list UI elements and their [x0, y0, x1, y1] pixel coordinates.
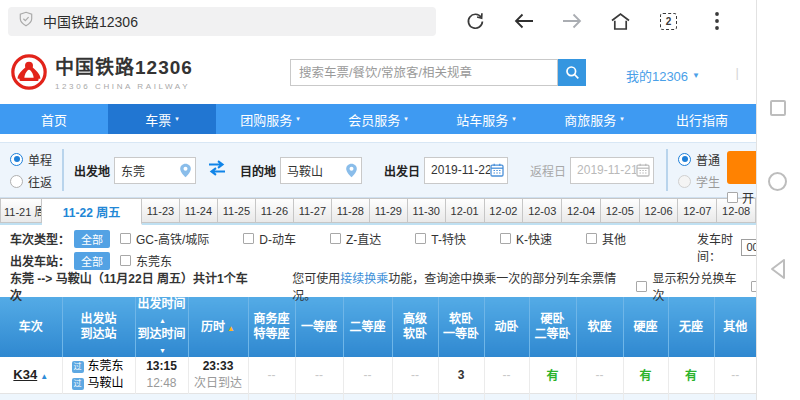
date-tab-12-06[interactable]: 12-06 [640, 198, 679, 223]
nav-item-travel-guide[interactable]: 出行指南 [648, 104, 756, 134]
nav-item-group-service[interactable]: 团购服务▾ [216, 104, 324, 134]
date-tab-11-30[interactable]: 11-30 [408, 198, 446, 223]
site-logo[interactable]: 中国铁路12306 12306 CHINA RAILWAY [10, 52, 193, 91]
date-tab-11-24[interactable]: 11-24 [180, 198, 218, 223]
train-number-cell[interactable]: K34▲ [0, 357, 62, 393]
tabs-button[interactable]: 2 [655, 8, 681, 34]
date-tab-12-01[interactable]: 12-01 [446, 198, 485, 223]
date-tab-12-04[interactable]: 12-04 [562, 198, 601, 223]
column-header-seat[interactable]: 硬座 [623, 297, 668, 357]
trip-type-radio-option[interactable]: 单程 [10, 151, 52, 168]
train-type-checkbox[interactable]: T-特快 [415, 230, 466, 247]
points-checkbox[interactable]: 显示积分兑换车次 [636, 269, 747, 303]
checkbox-icon [330, 233, 341, 244]
passenger-type-group: 普通学生 [668, 151, 730, 190]
train-row[interactable]: K34▲ 过东莞东 过马鞍山 13:15 12:48 23:33 次日到达 --… [0, 357, 756, 393]
depart-station-checkbox[interactable]: 东莞东 [120, 252, 172, 269]
column-header-stations[interactable]: 出发站 到达站 [62, 297, 135, 357]
chevron-down-icon: ▾ [512, 115, 516, 123]
column-header-seat[interactable]: 动卧 [484, 297, 529, 357]
phone-recents-button[interactable] [770, 100, 786, 116]
column-header-seat[interactable]: 无座 [668, 297, 714, 357]
date-tab-11-29[interactable]: 11-29 [370, 198, 408, 223]
partial-checkbox[interactable]: 开 [727, 189, 754, 206]
depart-date-input[interactable] [424, 157, 508, 184]
nav-item-tickets[interactable]: 车票▾ [108, 104, 216, 134]
to-input[interactable] [280, 157, 362, 184]
column-header-seat[interactable]: 一等座 [295, 297, 343, 357]
checkbox-icon [500, 233, 511, 244]
from-input[interactable] [114, 157, 196, 184]
column-header-duration[interactable]: 历时▲ [188, 297, 248, 357]
back-button[interactable] [511, 8, 537, 34]
date-tab-11-26[interactable]: 11-26 [256, 198, 294, 223]
date-tab-12-07[interactable]: 12-07 [678, 198, 717, 223]
nav-item-station-service[interactable]: 站车服务▾ [432, 104, 540, 134]
date-tab-11-27[interactable]: 11-27 [294, 198, 332, 223]
url-bar[interactable]: 中国铁路12306 [8, 7, 436, 36]
column-header-seat[interactable]: 硬卧二等卧 [529, 297, 576, 357]
sort-asc-active-icon[interactable]: ▲ [227, 324, 235, 333]
station-all-badge[interactable]: 全部 [74, 252, 110, 270]
price-cell: ¥210.5 [623, 393, 668, 400]
expand-arrow-icon[interactable]: ▲ [40, 372, 48, 381]
column-header-seat[interactable]: 二等座 [343, 297, 392, 357]
site-search [290, 59, 586, 86]
forward-button[interactable] [559, 8, 585, 34]
search-input[interactable] [290, 59, 558, 86]
column-header-train[interactable]: 车次 [0, 297, 62, 357]
train-number-link[interactable]: K34 [13, 367, 37, 382]
result-summary: 东莞 --> 马鞍山（11月22日 周五）共计1个车次 [10, 269, 256, 303]
train-type-checkbox[interactable]: K-快速 [500, 230, 552, 247]
date-tab-12-03[interactable]: 12-03 [523, 198, 562, 223]
phone-home-button[interactable] [768, 172, 787, 191]
date-tab-11-25[interactable]: 11-25 [218, 198, 256, 223]
column-header-seat[interactable]: 其他 [714, 297, 756, 357]
menu-button[interactable] [704, 8, 730, 34]
passenger-type-radio-option[interactable]: 学生 [678, 173, 720, 190]
sort-desc-icon[interactable]: ▼ [159, 347, 166, 354]
nav-item-member-service[interactable]: 会员服务▾ [324, 104, 432, 134]
search-button[interactable] [558, 59, 586, 86]
date-tab-11-22[interactable]: 11-22 周五 [42, 198, 142, 225]
passenger-type-radio-option[interactable]: 普通 [678, 151, 720, 168]
seat-availability-cell: -- [576, 357, 623, 393]
return-date-label: 返程日 [530, 162, 566, 179]
phone-back-button[interactable] [768, 258, 788, 284]
trip-type-radio-option[interactable]: 往返 [10, 173, 52, 190]
column-header-seat[interactable]: 软卧一等卧 [438, 297, 484, 357]
stations-cell: 过东莞东 过马鞍山 [62, 357, 135, 393]
browser-page: 中国铁路12306 2 [0, 0, 756, 400]
date-tab-11-21[interactable]: 11-21 周四 [0, 198, 42, 223]
nav-item-business-service[interactable]: 商旅服务▾ [540, 104, 648, 134]
date-tab-11-23[interactable]: 11-23 [142, 198, 180, 223]
train-type-checkbox[interactable]: Z-直达 [330, 230, 381, 247]
transfer-link[interactable]: 接续换乘 [340, 272, 388, 286]
train-type-checkbox[interactable]: 其他 [586, 230, 626, 247]
transfer-tip: 您可使用接续换乘功能，查询途中换乘一次的部分列车余票情况。 [292, 269, 635, 303]
refresh-button[interactable] [462, 8, 488, 34]
checkbox-icon [586, 233, 597, 244]
query-button[interactable] [727, 151, 756, 184]
return-date-input[interactable] [570, 157, 654, 184]
site-header: 中国铁路12306 12306 CHINA RAILWAY 我的12306 ▼ … [0, 42, 756, 104]
chevron-down-icon: ▾ [175, 115, 179, 123]
column-header-seat[interactable]: 商务座特等座 [248, 297, 295, 357]
sort-asc-icon[interactable]: ▲ [159, 317, 166, 324]
checkbox-icon [120, 233, 131, 244]
my-12306-link[interactable]: 我的12306 ▼ [626, 66, 700, 85]
home-button[interactable] [607, 8, 633, 34]
date-tab-12-05[interactable]: 12-05 [601, 198, 640, 223]
column-header-seat[interactable]: 高级软卧 [392, 297, 438, 357]
nav-item-home[interactable]: 首页 [0, 104, 108, 134]
column-header-seat[interactable]: 软座 [576, 297, 623, 357]
form-divider [62, 149, 64, 191]
swap-stations-button[interactable] [206, 160, 228, 180]
date-tab-12-02[interactable]: 12-02 [485, 198, 524, 223]
chevron-down-icon: ▾ [620, 115, 624, 123]
train-type-all-badge[interactable]: 全部 [74, 230, 110, 248]
date-tab-11-28[interactable]: 11-28 [332, 198, 370, 223]
train-type-checkbox[interactable]: GC-高铁/城际 [120, 230, 209, 247]
column-header-times[interactable]: 出发时间▲ 到达时间▼ [135, 297, 188, 357]
train-type-checkbox[interactable]: D-动车 [243, 230, 296, 247]
